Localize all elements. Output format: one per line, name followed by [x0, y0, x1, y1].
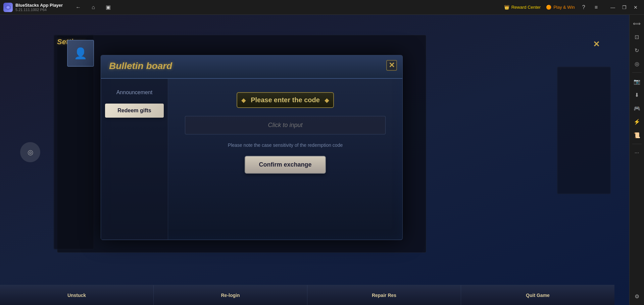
app-version-label: 5.21.111.1002 P64	[15, 8, 63, 12]
menu-button[interactable]: ≡	[593, 3, 600, 12]
dialog-main-content: Please enter the code Please note the ca…	[168, 79, 402, 240]
quit-game-button[interactable]: Quit Game	[461, 285, 614, 305]
sidebar-divider-1	[632, 72, 642, 73]
left-circle-icon: ◎	[20, 142, 40, 162]
sidebar-script-icon[interactable]: 📜	[631, 129, 643, 141]
svg-marker-1	[7, 6, 9, 9]
code-header-badge: Please enter the code	[237, 92, 334, 108]
coin-icon: 🟠	[546, 5, 551, 10]
tabs-button[interactable]: ▣	[103, 3, 113, 12]
unstuck-button[interactable]: Unstuck	[0, 285, 154, 305]
sidebar-location-icon[interactable]: ◎	[631, 58, 643, 70]
topbar-right-controls: 👑 Reward Center 🟠 Play & Win ? ≡ — ❐ ✕	[504, 2, 641, 12]
crown-icon: 👑	[504, 5, 509, 10]
minimize-button[interactable]: —	[608, 2, 618, 12]
repair-res-button[interactable]: Repair Res	[307, 285, 461, 305]
sidebar-camera-icon[interactable]: 📷	[631, 75, 643, 87]
topbar: BlueStacks App Player 5.21.111.1002 P64 …	[0, 0, 644, 15]
code-input[interactable]	[185, 116, 386, 134]
circle-inner-icon: ◎	[28, 148, 33, 156]
sidebar-expand-icon[interactable]: ⟺	[631, 17, 643, 29]
bottom-toolbar: Unstuck Re-login Repair Res Quit Game	[0, 285, 614, 305]
play-win-label: Play & Win	[553, 5, 575, 10]
confirm-exchange-button[interactable]: Confirm exchange	[245, 156, 326, 174]
sidebar-more-icon[interactable]: ···	[631, 147, 643, 159]
reward-center-button[interactable]: 👑 Reward Center	[504, 5, 541, 10]
sidebar-divider-2	[632, 144, 642, 144]
bluestacks-icon	[3, 3, 13, 12]
app-logo: BlueStacks App Player 5.21.111.1002 P64	[3, 3, 63, 12]
bulletin-board-dialog: Bulletin board ✕ Announcement Redeem gif…	[101, 55, 403, 240]
dialog-close-button[interactable]: ✕	[386, 60, 397, 71]
settings-left-nav	[54, 35, 94, 249]
code-note-text: Please note the case sensitivity of the …	[228, 142, 343, 148]
relogin-button[interactable]: Re-login	[154, 285, 307, 305]
confirm-exchange-label: Confirm exchange	[259, 161, 311, 168]
code-input-wrapper	[185, 116, 386, 134]
tab-announcement[interactable]: Announcement	[105, 85, 164, 100]
tab-redeem-gifts[interactable]: Redeem gifts	[105, 104, 164, 118]
dialog-header: Bulletin board ✕	[101, 55, 402, 79]
sidebar-gamepad-icon[interactable]: 🎮	[631, 102, 643, 114]
code-header-text: Please enter the code	[251, 96, 320, 104]
tab-redeem-gifts-label: Redeem gifts	[117, 108, 151, 113]
back-button[interactable]: ←	[73, 3, 84, 12]
outer-close-button[interactable]: ✕	[590, 38, 602, 50]
sidebar-settings-icon[interactable]: ⚙	[631, 290, 643, 302]
dialog-body: Announcement Redeem gifts Please enter t…	[101, 79, 402, 240]
sidebar-rotate-icon[interactable]: ↻	[631, 44, 643, 56]
restore-button[interactable]: ❐	[619, 2, 629, 12]
close-button[interactable]: ✕	[631, 2, 641, 12]
character-portrait: 👤	[67, 40, 94, 67]
game-content-area: Settings 👤 ◎ ✕ Bulletin board ✕ Announce…	[0, 15, 629, 305]
right-panel-blur	[557, 67, 611, 194]
right-sidebar: ⟺ ⊡ ↻ ◎ 📷 ⬇ 🎮 ⚡ 📜 ··· ⚙	[629, 15, 644, 305]
app-name-label: BlueStacks App Player	[15, 3, 63, 8]
dialog-title: Bulletin board	[109, 61, 394, 71]
sidebar-download-icon[interactable]: ⬇	[631, 89, 643, 101]
topbar-navigation: ← ⌂ ▣	[73, 3, 113, 12]
code-header-section: Please enter the code	[237, 92, 334, 108]
sidebar-screen-icon[interactable]: ⊡	[631, 31, 643, 43]
help-button[interactable]: ?	[580, 3, 587, 12]
reward-center-label: Reward Center	[511, 5, 541, 10]
dialog-sidebar: Announcement Redeem gifts	[101, 79, 168, 240]
play-win-button[interactable]: 🟠 Play & Win	[546, 5, 575, 10]
avatar-icon: 👤	[74, 47, 87, 60]
sidebar-macro-icon[interactable]: ⚡	[631, 116, 643, 128]
tab-announcement-label: Announcement	[116, 89, 153, 95]
window-controls: — ❐ ✕	[608, 2, 641, 12]
home-button[interactable]: ⌂	[89, 3, 98, 12]
